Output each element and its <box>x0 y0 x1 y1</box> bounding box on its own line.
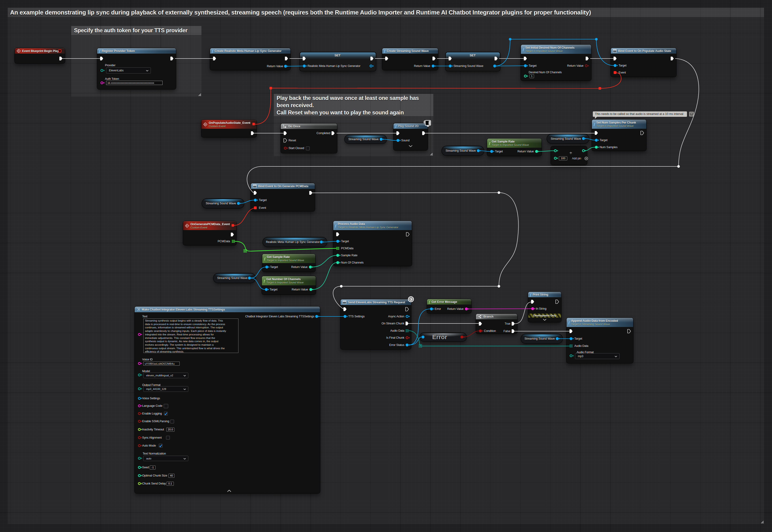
svg-text:1: 1 <box>283 125 284 127</box>
